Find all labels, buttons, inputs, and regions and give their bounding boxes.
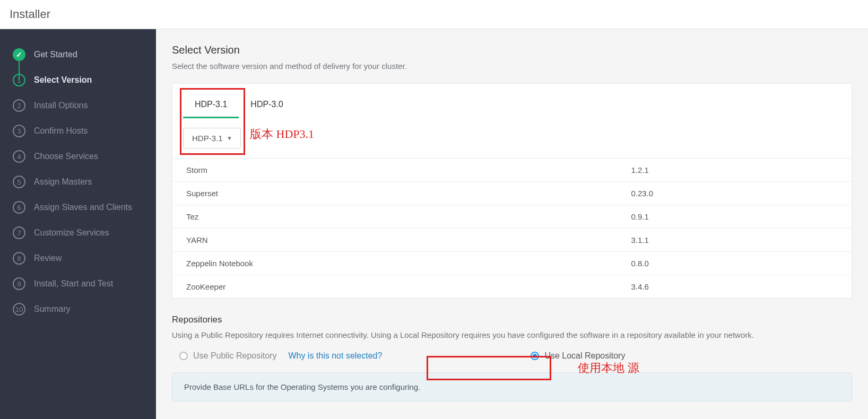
wizard-sidebar: Get Started 1 Select Version 2 Install O… xyxy=(0,29,156,419)
repositories-title: Repositories xyxy=(172,315,852,325)
step-badge: 4 xyxy=(13,150,25,163)
step-badge: 6 xyxy=(13,201,25,214)
step-badge: 10 xyxy=(13,303,25,316)
table-row: Tez 0.9.1 xyxy=(172,205,852,229)
service-version: 0.9.1 xyxy=(617,205,852,229)
version-dropdown-row: HDP-3.1 ▼ xyxy=(172,118,852,158)
radio-local-repo[interactable]: Use Local Repository xyxy=(531,351,625,361)
table-row: Zeppelin Notebook 0.8.0 xyxy=(172,252,852,275)
step-select-version[interactable]: 1 Select Version xyxy=(0,67,156,93)
step-badge-done xyxy=(13,48,25,61)
service-version: 3.4.6 xyxy=(617,275,852,299)
info-box: Provide Base URLs for the Operating Syst… xyxy=(172,372,852,401)
main-content: Select Version Select the software versi… xyxy=(156,29,868,419)
radio-label: Use Local Repository xyxy=(544,351,625,361)
service-name: Superset xyxy=(172,182,617,205)
step-badge: 8 xyxy=(13,252,25,265)
service-version: 1.2.1 xyxy=(617,159,852,182)
top-bar: Installer xyxy=(0,0,868,29)
repositories-section: Repositories Using a Public Repository r… xyxy=(172,315,852,401)
table-row: Storm 1.2.1 xyxy=(172,159,852,182)
version-dropdown[interactable]: HDP-3.1 ▼ xyxy=(183,128,241,149)
service-name: Storm xyxy=(172,159,617,182)
radio-label: Use Public Repository xyxy=(193,351,276,361)
step-confirm-hosts[interactable]: 3 Confirm Hosts xyxy=(0,118,156,144)
version-tabs: HDP-3.1 HDP-3.0 xyxy=(172,84,852,118)
step-label: Assign Slaves and Clients xyxy=(34,203,132,212)
radio-icon-selected xyxy=(531,352,539,360)
radio-public-repo[interactable]: Use Public Repository Why is this not se… xyxy=(179,351,382,361)
step-badge: 5 xyxy=(13,176,25,188)
step-badge: 9 xyxy=(13,277,25,290)
step-choose-services[interactable]: 4 Choose Services xyxy=(0,144,156,169)
step-customize-services[interactable]: 7 Customize Services xyxy=(0,220,156,246)
step-label: Customize Services xyxy=(34,228,109,238)
step-assign-masters[interactable]: 5 Assign Masters xyxy=(0,169,156,195)
step-label: Get Started xyxy=(34,50,77,59)
step-label: Choose Services xyxy=(34,152,98,161)
radio-icon xyxy=(179,352,188,360)
service-version: 3.1.1 xyxy=(617,229,852,252)
step-label: Install Options xyxy=(34,101,88,110)
why-not-selected-link[interactable]: Why is this not selected? xyxy=(288,351,382,361)
step-label: Confirm Hosts xyxy=(34,126,88,136)
page-brand-title: Installer xyxy=(10,7,858,21)
step-label: Summary xyxy=(34,304,70,314)
service-name: ZooKeeper xyxy=(172,275,617,299)
service-version: 0.8.0 xyxy=(617,252,852,275)
service-version: 0.23.0 xyxy=(617,182,852,205)
step-install-start-test[interactable]: 9 Install, Start and Test xyxy=(0,271,156,296)
version-dropdown-value: HDP-3.1 xyxy=(192,134,223,143)
page-desc: Select the software version and method o… xyxy=(172,62,852,71)
services-table: Storm 1.2.1 Superset 0.23.0 Tez 0.9.1 YA… xyxy=(172,158,852,298)
step-badge: 3 xyxy=(13,125,25,137)
tab-hdp-3-1[interactable]: HDP-3.1 xyxy=(183,94,239,118)
step-install-options[interactable]: 2 Install Options xyxy=(0,93,156,118)
step-assign-slaves[interactable]: 6 Assign Slaves and Clients xyxy=(0,195,156,220)
step-label: Review xyxy=(34,254,62,263)
table-row: YARN 3.1.1 xyxy=(172,229,852,252)
step-badge: 7 xyxy=(13,226,25,239)
step-summary[interactable]: 10 Summary xyxy=(0,296,156,322)
service-name: Tez xyxy=(172,205,617,229)
repo-options: Use Public Repository Why is this not se… xyxy=(172,351,852,361)
table-row: Superset 0.23.0 xyxy=(172,182,852,205)
step-label: Install, Start and Test xyxy=(34,279,113,289)
version-card: HDP-3.1 HDP-3.0 HDP-3.1 ▼ Storm 1.2.1 Su… xyxy=(172,83,852,299)
page-title: Select Version xyxy=(172,44,852,56)
tab-hdp-3-0[interactable]: HDP-3.0 xyxy=(239,94,294,118)
step-badge: 1 xyxy=(13,74,25,86)
step-get-started[interactable]: Get Started xyxy=(0,42,156,67)
step-label: Assign Masters xyxy=(34,177,92,187)
caret-down-icon: ▼ xyxy=(227,135,232,141)
table-row: ZooKeeper 3.4.6 xyxy=(172,275,852,299)
repositories-desc: Using a Public Repository requires Inter… xyxy=(172,330,852,339)
service-name: YARN xyxy=(172,229,617,252)
step-label: Select Version xyxy=(34,75,92,85)
service-name: Zeppelin Notebook xyxy=(172,252,617,275)
step-badge: 2 xyxy=(13,99,25,112)
step-review[interactable]: 8 Review xyxy=(0,246,156,271)
